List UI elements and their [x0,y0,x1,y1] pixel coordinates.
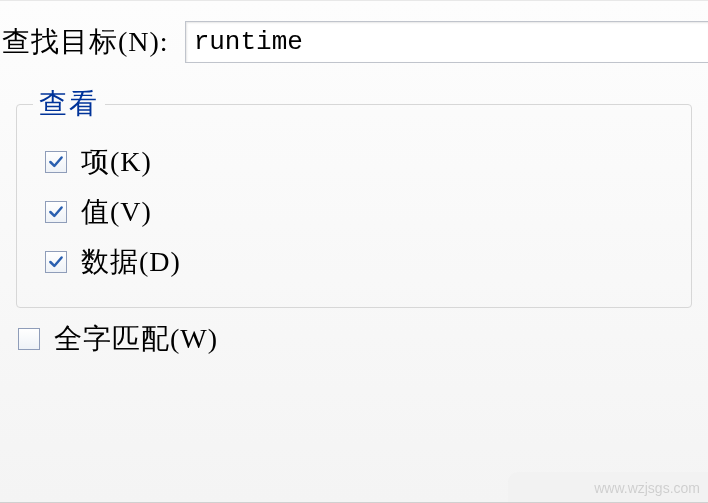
checkbox-values[interactable] [45,201,67,223]
search-input[interactable] [185,21,708,63]
whole-word-row: 全字匹配(W) [18,320,708,358]
checkbox-row-data: 数据(D) [45,243,675,281]
view-group-legend: 查看 [33,85,105,123]
checkbox-whole-word-label: 全字匹配(W) [54,320,218,358]
checkbox-row-keys: 项(K) [45,143,675,181]
check-icon [47,203,65,221]
checkbox-data[interactable] [45,251,67,273]
checkbox-keys[interactable] [45,151,67,173]
checkbox-whole-word[interactable] [18,328,40,350]
check-icon [47,153,65,171]
view-group: 查看 项(K) 值(V) 数据(D) [16,85,692,308]
checkbox-values-label: 值(V) [81,193,152,231]
search-label: 查找目标(N): [0,23,169,61]
checkbox-row-values: 值(V) [45,193,675,231]
checkbox-keys-label: 项(K) [81,143,152,181]
watermark: www.wzjsgs.com [594,480,700,496]
find-dialog: 查找目标(N): 查看 项(K) 值(V) [0,0,708,503]
checkbox-data-label: 数据(D) [81,243,181,281]
search-row: 查找目标(N): [0,1,708,77]
check-icon [47,253,65,271]
